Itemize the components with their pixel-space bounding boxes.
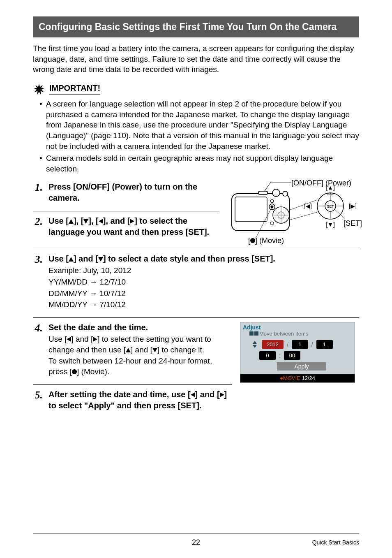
important-block: IMPORTANT! A screen for language selecti…: [33, 83, 359, 174]
record-icon: [72, 369, 77, 374]
step-4: 4. Set the date and the time. Use [] and…: [33, 322, 232, 380]
arrow-right-icon: →: [90, 288, 97, 299]
step-detail: Use [] and [] to select the setting you …: [48, 334, 232, 355]
divider: [33, 384, 232, 385]
date-format: MM/DD/YY → 7/10/12: [48, 299, 359, 310]
important-bullets: A screen for language selection will not…: [38, 99, 359, 174]
page-number: 22: [192, 538, 200, 547]
step-title: After setting the date and time, use [] …: [48, 389, 232, 411]
text: Use [: [48, 216, 69, 225]
step-5: 5. After setting the date and time, use …: [33, 389, 232, 414]
record-icon: [250, 238, 255, 243]
step-example: Example: July, 10, 2012: [48, 265, 359, 276]
svg-line-24: [289, 200, 317, 210]
text: 12/7/10: [97, 278, 126, 286]
arrow-right-icon: →: [90, 277, 97, 287]
step-number: 2.: [33, 215, 43, 227]
important-label: IMPORTANT!: [49, 83, 100, 95]
month-field: 1: [292, 340, 308, 349]
text: ] (Movie).: [77, 367, 109, 376]
text: YY/MM/DD: [48, 278, 90, 286]
text: After setting the date and time, use [: [48, 390, 191, 399]
text: ] and [: [131, 345, 152, 354]
up-icon: [126, 348, 131, 352]
svg-text:[▶]: [▶]: [349, 203, 357, 209]
bullet-item: A screen for language selection will not…: [38, 99, 359, 151]
text: Move between items: [259, 331, 308, 337]
bullet-item: Camera models sold in certain geographic…: [38, 153, 359, 174]
up-icon: [253, 341, 257, 344]
down-icon: [83, 219, 88, 224]
text: Use [: [48, 254, 69, 263]
adjust-footer: ●MOVIE 12/24: [240, 374, 355, 382]
step-title: Set the date and the time.: [48, 322, 232, 333]
step-title: Use [] and [] to select a date style and…: [48, 253, 359, 264]
separator: :: [279, 352, 281, 359]
text: ] to select a date style and then press …: [103, 254, 275, 263]
down-icon: [98, 257, 103, 262]
divider: [33, 249, 359, 249]
svg-line-25: [289, 212, 317, 220]
step-number: 5.: [33, 389, 43, 401]
date-format: YY/MM/DD → 12/7/10: [48, 277, 359, 287]
down-icon: [152, 348, 157, 352]
arrow-right-icon: →: [90, 299, 97, 310]
text: ], [: [74, 216, 83, 225]
right-icon: [93, 337, 97, 342]
adjust-title: Adjust: [243, 324, 352, 331]
divider: [33, 211, 219, 211]
power-label: [ON/OFF] (Power): [291, 179, 351, 188]
up-icon: [69, 257, 74, 262]
minute-field: 00: [284, 351, 300, 360]
left-icon: [249, 331, 254, 336]
svg-point-7: [283, 191, 288, 196]
svg-text:SET: SET: [327, 204, 334, 208]
adjust-subtitle: Move between items: [243, 331, 352, 337]
step-number: 1.: [33, 181, 43, 193]
text: ] (Movie): [255, 236, 284, 245]
text: 7/10/12: [97, 300, 126, 309]
year-stepper: [253, 341, 257, 348]
step-detail: To switch between 12-hour and 24-hour fo…: [48, 356, 232, 377]
step-2: 2. Use [], [], [], and [] to select the …: [33, 215, 219, 241]
text: Use [: [48, 335, 67, 343]
svg-point-6: [272, 189, 280, 197]
page-footer: 22 Quick Start Basics: [33, 533, 359, 546]
step-title: Use [], [], [], and [] to select the lan…: [48, 215, 219, 238]
section-header: Configuring Basic Settings the First Tim…: [33, 16, 359, 37]
set-label: [SET]: [344, 219, 362, 228]
burst-icon: [33, 83, 45, 95]
movie-label: [] (Movie): [248, 236, 284, 245]
step-1: 1. Press [ON/OFF] (Power) to turn on the…: [33, 181, 219, 207]
svg-point-15: [270, 222, 274, 225]
text: DD/MM/YY: [48, 289, 90, 298]
day-field: 1: [316, 340, 333, 349]
up-icon: [69, 219, 74, 224]
svg-text:[◀]: [◀]: [304, 203, 312, 209]
svg-point-14: [270, 199, 274, 203]
text: ] to change it.: [157, 345, 204, 354]
text: ] and [: [195, 390, 220, 399]
left-icon: [191, 392, 195, 397]
text: 12/24: [300, 375, 315, 381]
adjust-screen: Adjust Move between items 2012 / 1 / 1 0: [240, 322, 355, 383]
date-format: DD/MM/YY → 10/7/12: [48, 288, 359, 299]
step-number: 3.: [33, 253, 43, 265]
text: ] and [: [74, 254, 98, 263]
apply-button: Apply: [277, 362, 326, 370]
down-icon: [253, 345, 257, 348]
step-title: Press [ON/OFF] (Power) to turn on the ca…: [48, 181, 219, 204]
svg-marker-0: [34, 83, 45, 95]
hour-field: 0: [259, 351, 276, 360]
intro-paragraph: The first time you load a battery into t…: [33, 43, 359, 75]
text: ], [: [88, 216, 98, 225]
text: MOVIE: [283, 375, 300, 381]
text: ] and [: [71, 335, 93, 343]
step-number: 4.: [33, 322, 43, 333]
right-icon: [130, 219, 134, 224]
svg-text:DISP: DISP: [327, 193, 334, 196]
svg-rect-5: [258, 191, 267, 194]
svg-rect-4: [235, 197, 267, 222]
separator: /: [287, 341, 288, 348]
svg-text:[▼]: [▼]: [326, 221, 335, 228]
